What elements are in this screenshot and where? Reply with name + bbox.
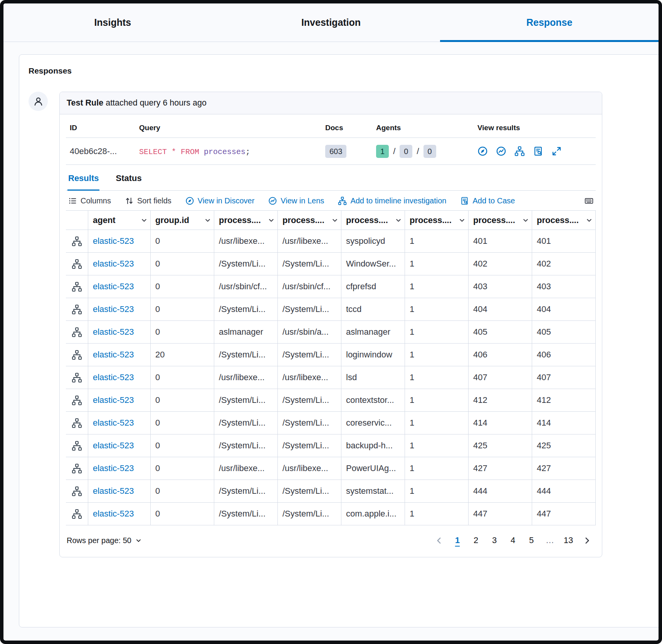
- analyze-event-button[interactable]: [72, 509, 82, 519]
- agent-link[interactable]: elastic-523: [88, 275, 151, 298]
- table-row: elastic-5230/System/Li.../System/Li...sy…: [66, 480, 596, 503]
- lens-icon: [268, 196, 277, 205]
- analyze-event-button[interactable]: [72, 463, 82, 474]
- grid-cell: aslmanager: [341, 321, 405, 343]
- add-to-case-button[interactable]: Add to Case: [460, 196, 515, 205]
- column-actions-button[interactable]: [267, 216, 275, 224]
- col-label-docs: Docs: [321, 124, 372, 132]
- grid-cell: /usr/libexe...: [278, 230, 341, 252]
- column-actions-button[interactable]: [140, 216, 148, 224]
- column-header-process[interactable]: process....: [214, 211, 278, 230]
- expand-icon: [551, 146, 562, 156]
- analyze-event-button[interactable]: [72, 236, 82, 247]
- agent-link[interactable]: elastic-523: [88, 253, 151, 275]
- discover-button[interactable]: [477, 146, 488, 156]
- column-header-process[interactable]: process....: [341, 211, 405, 230]
- column-actions-button[interactable]: [458, 216, 466, 224]
- column-actions-button[interactable]: [585, 216, 593, 224]
- grid-cell: 0: [151, 412, 214, 434]
- analyze-event-button[interactable]: [72, 486, 82, 496]
- analyze-event-button[interactable]: [72, 441, 82, 451]
- grid-cell: /System/Li...: [214, 503, 278, 525]
- column-actions-button[interactable]: [204, 216, 212, 224]
- tab-status[interactable]: Status: [115, 166, 142, 190]
- rule-name: Test Rule: [67, 98, 103, 107]
- sort-fields-button[interactable]: Sort fields: [125, 196, 171, 205]
- response-comment: Test Rule attached query 6 hours ago ID …: [29, 92, 602, 557]
- column-header-group-id[interactable]: group.id: [151, 211, 214, 230]
- column-header-process[interactable]: process....: [469, 211, 532, 230]
- discover-icon: [185, 196, 194, 205]
- tab-insights[interactable]: Insights: [3, 3, 222, 42]
- rows-per-page-button[interactable]: Rows per page: 50: [67, 536, 142, 545]
- page-5-button[interactable]: 5: [523, 532, 539, 548]
- keyboard-icon: [585, 196, 593, 205]
- pagination-ellipsis: …: [542, 532, 558, 548]
- grid-cell: /System/Li...: [278, 503, 341, 525]
- agent-link[interactable]: elastic-523: [88, 480, 151, 502]
- col-label-query: Query: [135, 124, 321, 132]
- columns-button[interactable]: Columns: [68, 196, 111, 205]
- query-summary-header-row: ID Query Docs Agents View results: [66, 121, 596, 138]
- expand-button[interactable]: [551, 146, 562, 156]
- column-header-agent[interactable]: agent: [88, 211, 151, 230]
- table-row: elastic-5230/System/Li.../System/Li...ba…: [66, 434, 596, 457]
- analyze-event-button[interactable]: [72, 372, 82, 383]
- column-header-process[interactable]: process....: [405, 211, 469, 230]
- agent-link[interactable]: elastic-523: [88, 230, 151, 252]
- case-button[interactable]: [533, 146, 543, 156]
- grid-cell: 0: [151, 275, 214, 298]
- page-2-button[interactable]: 2: [468, 532, 484, 548]
- lens-button[interactable]: [496, 146, 506, 156]
- grid-cell: 1: [405, 366, 469, 389]
- keyboard-shortcuts-button[interactable]: [585, 196, 593, 205]
- analyze-event-button[interactable]: [72, 395, 82, 406]
- timeline-button[interactable]: [514, 146, 525, 156]
- analyze-event-button[interactable]: [72, 418, 82, 428]
- column-actions-button[interactable]: [522, 216, 529, 224]
- timeline-icon: [514, 146, 525, 156]
- column-actions-button[interactable]: [395, 216, 402, 224]
- timeline-icon: [72, 418, 82, 428]
- column-header-process[interactable]: process....: [278, 211, 341, 230]
- tab-response[interactable]: Response: [440, 3, 659, 42]
- analyze-event-button[interactable]: [72, 327, 82, 337]
- agent-link[interactable]: elastic-523: [88, 298, 151, 320]
- query-summary: ID Query Docs Agents View results 40eb6c…: [66, 121, 596, 165]
- agent-link[interactable]: elastic-523: [88, 344, 151, 366]
- next-page-button[interactable]: [579, 532, 595, 548]
- agent-link[interactable]: elastic-523: [88, 503, 151, 525]
- column-actions-button[interactable]: [331, 216, 339, 224]
- previous-page-button[interactable]: [431, 532, 447, 548]
- page-4-button[interactable]: 4: [505, 532, 521, 548]
- agent-link[interactable]: elastic-523: [88, 321, 151, 343]
- agent-link[interactable]: elastic-523: [88, 412, 151, 434]
- agents-status: 1/0/0: [372, 145, 474, 158]
- analyze-event-button[interactable]: [72, 259, 82, 269]
- chevron-right-icon: [582, 536, 592, 545]
- agent-link[interactable]: elastic-523: [88, 366, 151, 389]
- grid-cell: 1: [405, 275, 469, 298]
- page-3-button[interactable]: 3: [486, 532, 502, 548]
- analyze-event-button[interactable]: [72, 282, 82, 292]
- grid-cell: 444: [469, 480, 532, 502]
- grid-cell: systemstat...: [341, 480, 405, 502]
- agent-link[interactable]: elastic-523: [88, 457, 151, 480]
- grid-cell: 0: [151, 389, 214, 411]
- tab-investigation[interactable]: Investigation: [222, 3, 440, 42]
- tab-results[interactable]: Results: [67, 166, 99, 190]
- column-header-process[interactable]: process....: [532, 211, 596, 230]
- page-1-button[interactable]: 1: [449, 532, 465, 548]
- agent-link[interactable]: elastic-523: [88, 389, 151, 411]
- view-in-lens-button[interactable]: View in Lens: [268, 196, 324, 205]
- grid-cell: 414: [469, 412, 532, 434]
- analyze-event-button[interactable]: [72, 304, 82, 315]
- page-13-button[interactable]: 13: [560, 532, 576, 548]
- view-in-discover-button[interactable]: View in Discover: [185, 196, 254, 205]
- view-results-actions: [474, 146, 596, 156]
- grid-cell: 406: [532, 344, 596, 366]
- agent-link[interactable]: elastic-523: [88, 434, 151, 457]
- grid-cell: cfprefsd: [341, 275, 405, 298]
- analyze-event-button[interactable]: [72, 350, 82, 360]
- add-to-timeline-investigation-button[interactable]: Add to timeline investigation: [338, 196, 446, 205]
